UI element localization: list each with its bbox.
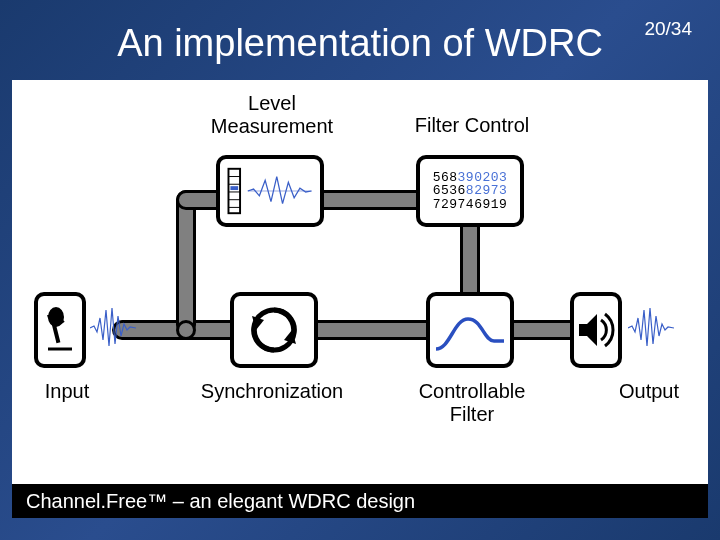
- svg-rect-2: [228, 169, 240, 213]
- filter-digits-row2: 653682973: [433, 184, 508, 198]
- level-meter-icon: [223, 163, 317, 219]
- input-wave-icon: [90, 298, 136, 358]
- junction-dot-left: [176, 320, 196, 340]
- page-number: 20/34: [644, 18, 692, 40]
- svg-rect-8: [230, 186, 238, 190]
- filter-digits-row3: 729746919: [433, 198, 508, 212]
- svg-marker-12: [579, 314, 597, 346]
- label-input: Input: [12, 380, 122, 403]
- label-level-measurement: Level Measurement: [192, 92, 352, 138]
- label-filter-control: Filter Control: [392, 114, 552, 137]
- synchronization-node: [230, 292, 318, 368]
- output-node: [570, 292, 622, 368]
- label-synchronization: Synchronization: [192, 380, 352, 403]
- diagram-area: 568390203 653682973 729746919 Level Meas…: [12, 80, 708, 484]
- sync-arrows-icon: [246, 302, 302, 358]
- controllable-filter-node: [426, 292, 514, 368]
- level-measurement-node: [216, 155, 324, 227]
- pipe-left-up: [176, 190, 196, 335]
- filter-digits-row1: 568390203: [433, 171, 508, 185]
- slide-title: An implementation of WDRC: [0, 0, 720, 77]
- microphone-icon: [45, 305, 75, 355]
- filter-curve-icon: [434, 301, 506, 359]
- footer-caption: Channel.Free™ – an elegant WDRC design: [12, 484, 708, 518]
- output-wave-icon: [628, 298, 674, 358]
- filter-control-node: 568390203 653682973 729746919: [416, 155, 524, 227]
- input-node: [34, 292, 86, 368]
- speaker-icon: [577, 306, 615, 354]
- label-controllable-filter: Controllable Filter: [392, 380, 552, 426]
- label-output: Output: [594, 380, 704, 403]
